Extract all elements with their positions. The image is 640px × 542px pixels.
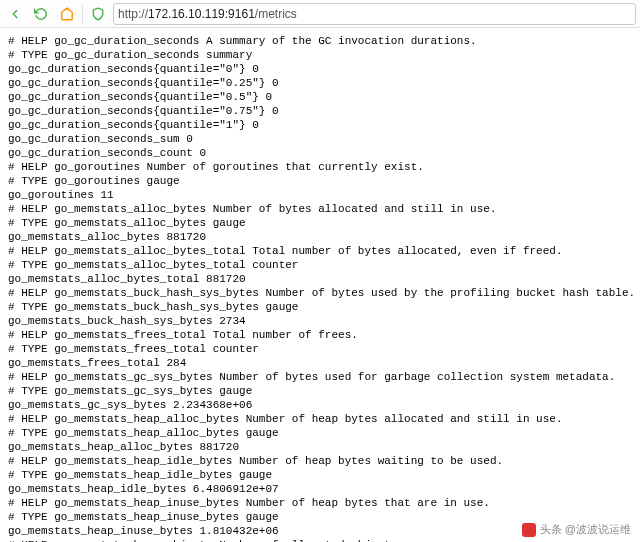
home-icon [60, 7, 74, 21]
watermark-text: 头条 @波波说运维 [540, 522, 631, 537]
toolbar-divider [82, 5, 83, 23]
watermark: 头条 @波波说运维 [519, 521, 634, 538]
refresh-icon [34, 7, 48, 21]
back-button[interactable] [4, 3, 26, 25]
url-bar[interactable]: http://172.16.10.119:9161/metrics [113, 3, 636, 25]
url-host: 172.16.10.119:9161 [148, 7, 255, 21]
shield-button[interactable] [87, 3, 109, 25]
shield-icon [91, 7, 105, 21]
url-scheme: http:// [118, 7, 148, 21]
browser-toolbar: http://172.16.10.119:9161/metrics [0, 0, 640, 28]
url-path: /metrics [255, 7, 297, 21]
url-text: http://172.16.10.119:9161/metrics [118, 7, 297, 21]
watermark-icon [522, 523, 536, 537]
back-icon [8, 7, 22, 21]
home-button[interactable] [56, 3, 78, 25]
metrics-output: # HELP go_gc_duration_seconds A summary … [0, 28, 640, 542]
refresh-button[interactable] [30, 3, 52, 25]
